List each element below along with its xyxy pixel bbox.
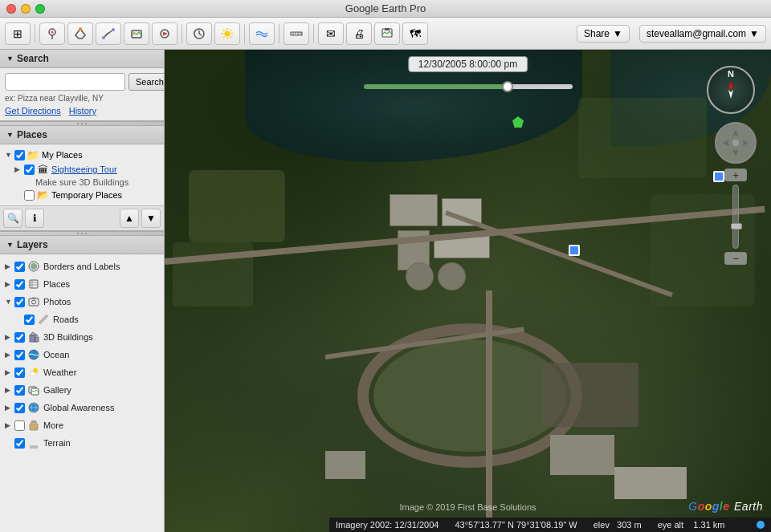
svg-line-20 [230, 30, 232, 31]
email-button[interactable]: ✉ [318, 22, 344, 45]
places-section-label: Places [17, 129, 47, 140]
places-section-header[interactable]: ▼ Places [0, 126, 164, 144]
map-area[interactable]: 12/30/2005 8:00:00 pm N [165, 50, 771, 532]
layer-item-roads[interactable]: Roads [3, 311, 161, 328]
zoom-track[interactable] [732, 185, 739, 249]
photos-checkbox[interactable] [14, 297, 25, 307]
resize-dots [77, 123, 87, 124]
record-tour-button[interactable] [152, 22, 177, 45]
temp-places-label: Temporary Places [51, 190, 122, 200]
tree-item-temp-places[interactable]: 📂 Temporary Places [3, 188, 161, 202]
ocean-button[interactable] [249, 22, 275, 45]
3d-buildings-icon [27, 330, 41, 344]
pan-control[interactable] [715, 122, 757, 164]
add-image-overlay-button[interactable] [124, 22, 149, 45]
add-placemark-button[interactable] [39, 22, 65, 45]
layer-item-photos[interactable]: ▼ Photos [3, 293, 161, 311]
sightseeing-checkbox[interactable] [24, 164, 35, 175]
temp-places-checkbox[interactable] [24, 190, 35, 201]
maximize-button[interactable] [35, 4, 45, 14]
my-places-checkbox[interactable] [14, 150, 25, 160]
search-links: Get Directions History [5, 106, 159, 116]
places-move-down-button[interactable]: ▼ [141, 209, 161, 228]
home-button[interactable]: ⊞ [5, 22, 31, 45]
compass-circle[interactable]: N [707, 66, 755, 114]
minimize-button[interactable] [21, 4, 31, 14]
places-details-button[interactable]: ℹ [25, 209, 44, 228]
layer-item-ocean[interactable]: ▶ Ocean [3, 346, 161, 363]
layer-item-3d-buildings[interactable]: ▶ 3D Buildings [3, 328, 161, 346]
historical-imagery-button[interactable] [186, 22, 212, 45]
add-polygon-button[interactable] [67, 22, 93, 45]
gallery-label: Gallery [43, 385, 71, 395]
eye-value: 1.31 km [693, 520, 724, 530]
places-search-button[interactable]: 🔍 [3, 209, 22, 228]
photos-label: Photos [43, 297, 71, 307]
time-slider[interactable] [364, 84, 573, 89]
more-icon [27, 418, 41, 433]
borders-icon [27, 259, 41, 274]
borders-checkbox[interactable] [14, 262, 25, 272]
parking-area [542, 363, 638, 427]
zoom-thumb[interactable] [731, 223, 742, 229]
search-button[interactable]: Search [128, 73, 165, 91]
photos-icon [27, 294, 41, 309]
roads-checkbox[interactable] [24, 315, 35, 325]
more-checkbox[interactable] [14, 420, 25, 431]
sightseeing-label[interactable]: Sightseeing Tour [51, 164, 117, 174]
save-image-button[interactable] [374, 22, 400, 45]
search-section-label: Search [17, 53, 49, 64]
search-input[interactable] [5, 73, 125, 91]
3d-buildings-arrow-icon: ▶ [5, 333, 14, 341]
window-controls [6, 4, 45, 14]
my-places-label: My Places [42, 150, 83, 160]
sunlight-button[interactable] [214, 22, 240, 45]
3d-buildings-checkbox[interactable] [14, 332, 25, 343]
global-awareness-label: Global Awareness [43, 403, 114, 412]
layer-item-terrain[interactable]: Terrain [3, 434, 161, 452]
svg-rect-37 [32, 298, 36, 299]
building-lower-3 [325, 451, 365, 479]
user-account-button[interactable]: steveallam@gmail.com ▼ [639, 25, 766, 43]
weather-checkbox[interactable] [14, 368, 25, 378]
tree-item-my-places[interactable]: ▼ 📁 My Places [3, 148, 161, 162]
layer-item-more[interactable]: ▶ More [3, 416, 161, 434]
terrain-checkbox[interactable] [14, 438, 25, 449]
nav-controls: + − [715, 122, 757, 265]
layers-section: ▼ Layers ▶ Borders and Labels ▶ [0, 236, 164, 532]
imagery-date: Imagery 2002: 12/31/2004 [336, 520, 439, 530]
toolbar-sep-5 [313, 24, 314, 43]
ocean-checkbox[interactable] [14, 350, 25, 360]
layer-item-global-awareness[interactable]: ▶ Global Awareness [3, 399, 161, 416]
tree-item-sightseeing[interactable]: ▶ 🏛 Sightseeing Tour [3, 162, 161, 177]
toolbar-sep-3 [244, 24, 245, 43]
land-patch-1 [189, 170, 285, 242]
compass-arrow-icon [719, 78, 743, 102]
zoom-out-button[interactable]: − [724, 252, 747, 265]
layers-tree: ▶ Borders and Labels ▶ Places [0, 254, 164, 532]
global-awareness-checkbox[interactable] [14, 403, 25, 413]
ruler-button[interactable] [284, 22, 309, 45]
main-layout: ▼ Search Search ex: Pizza near Clayville… [0, 50, 771, 532]
share-button[interactable]: Share ▼ [577, 25, 630, 43]
layer-item-gallery[interactable]: ▶ Gallery [3, 381, 161, 399]
view-maps-button[interactable]: 🗺 [402, 22, 428, 45]
print-button[interactable]: 🖨 [346, 22, 372, 45]
layer-item-places[interactable]: ▶ Places [3, 275, 161, 293]
places-move-up-button[interactable]: ▲ [120, 209, 139, 228]
zoom-in-button[interactable]: + [724, 169, 747, 181]
layer-item-borders[interactable]: ▶ Borders and Labels [3, 258, 161, 275]
get-directions-link[interactable]: Get Directions [5, 106, 61, 116]
places-layer-checkbox[interactable] [14, 279, 25, 290]
history-link[interactable]: History [69, 106, 96, 116]
toolbar-sep-1 [35, 24, 35, 43]
add-path-button[interactable] [96, 22, 121, 45]
gallery-checkbox[interactable] [14, 385, 25, 396]
search-section-header[interactable]: ▼ Search [0, 50, 164, 68]
places-tree: ▼ 📁 My Places ▶ 🏛 Sightseeing Tour Make … [0, 144, 164, 205]
layers-section-header[interactable]: ▼ Layers [0, 236, 164, 254]
close-button[interactable] [6, 4, 16, 14]
layer-item-weather[interactable]: ▶ Weather [3, 363, 161, 381]
photos-arrow-icon: ▼ [5, 298, 14, 306]
svg-marker-62 [742, 140, 749, 146]
